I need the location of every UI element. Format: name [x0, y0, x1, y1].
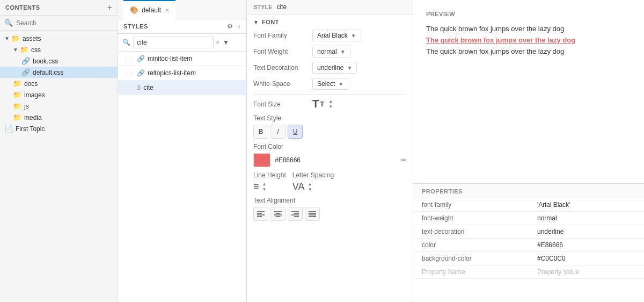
styles-search-input[interactable]: [133, 37, 214, 48]
styles-tab-icon: 🎨: [130, 6, 138, 14]
align-center-button[interactable]: [270, 207, 286, 221]
file-icon-default-css: 🔗: [21, 68, 30, 76]
font-family-label: Font Family: [253, 32, 312, 39]
font-size-stepper[interactable]: ▲ ▼: [328, 99, 333, 109]
eyedropper-icon[interactable]: ✏: [401, 156, 406, 164]
line-height-stepper[interactable]: ▲ ▼: [262, 182, 267, 192]
property-name-cell: color: [413, 239, 529, 252]
preview-text-styled: The quick brown fox jumps over the lazy …: [426, 36, 631, 44]
props-header-label: STYLE: [253, 4, 272, 10]
property-value-cell: #E86666: [529, 239, 644, 252]
letter-spacing-stepper[interactable]: ▲ ▼: [308, 182, 312, 192]
folder-icon-docs: 📁: [13, 80, 21, 88]
styles-list: ⋮⋮ 🔗 minitoc-list-item ⋮⋮ 🔗 reltopics-li…: [118, 52, 246, 302]
link-icon: 🔗: [137, 55, 145, 62]
stepper-up-icon[interactable]: ▲: [262, 182, 267, 187]
drag-handle: ⋮⋮: [123, 85, 134, 91]
font-section-arrow-icon: ▼: [253, 19, 259, 25]
s-icon: S: [137, 84, 141, 91]
folder-icon-media: 📁: [13, 113, 21, 121]
tree-item-media[interactable]: 📁 media: [0, 112, 118, 123]
styles-tab-close[interactable]: ×: [165, 6, 169, 14]
add-button[interactable]: +: [107, 3, 112, 12]
stepper-up-icon[interactable]: ▲: [328, 99, 333, 104]
styles-search-box: 🔍 × ▼: [118, 34, 246, 52]
properties-table-row[interactable]: font-family'Arial Black': [413, 198, 644, 212]
align-right-button[interactable]: [288, 207, 303, 221]
property-name-cell: font-weight: [413, 212, 529, 225]
font-color-label: Font Color: [253, 143, 406, 150]
property-value-cell: underline: [529, 225, 644, 239]
font-family-select[interactable]: Arial Black ▼: [312, 30, 361, 41]
folder-icon-js: 📁: [13, 102, 21, 110]
tree-item-css[interactable]: ▼ 📁 css: [0, 44, 118, 55]
preview-text-normal-2: The quick brown fox jumps over the lazy …: [426, 47, 631, 55]
stepper-down-icon[interactable]: ▼: [308, 187, 312, 192]
styles-tab-label: default: [142, 6, 161, 14]
properties-table-row[interactable]: background-color#C0C0C0: [413, 252, 644, 265]
styles-search-icon: 🔍: [122, 39, 130, 46]
font-section-label: FONT: [262, 19, 279, 25]
font-section: ▼ FONT Font Family Arial Black ▼ Font We…: [247, 15, 413, 229]
tree-item-first-topic[interactable]: 📄 First Topic: [0, 123, 118, 134]
style-item-minitoc[interactable]: ⋮⋮ 🔗 minitoc-list-item: [118, 52, 246, 66]
css-properties-table: font-family'Arial Black'font-weightnorma…: [413, 198, 644, 279]
italic-button[interactable]: I: [270, 125, 286, 139]
stepper-down-icon[interactable]: ▼: [328, 104, 333, 110]
tree-item-js[interactable]: 📁 js: [0, 100, 118, 112]
file-tree: ▼ 📁 assets ▼ 📁 css 🔗 book.css 🔗 default.…: [0, 31, 118, 302]
tree-item-default-css[interactable]: 🔗 default.css: [0, 67, 118, 78]
text-style-label: Text Style: [253, 114, 406, 122]
underline-button[interactable]: U: [288, 125, 303, 139]
color-swatch[interactable]: [253, 153, 270, 167]
stepper-down-icon[interactable]: ▼: [262, 187, 267, 192]
tree-item-images[interactable]: 📁 images: [0, 89, 118, 100]
styles-filter-icon[interactable]: ▼: [223, 39, 229, 46]
styles-search-clear-icon[interactable]: ×: [216, 39, 219, 46]
tree-arrow-assets: ▼: [4, 35, 10, 41]
properties-table-row[interactable]: font-weightnormal: [413, 212, 644, 225]
properties-table-row[interactable]: text-decorationunderline: [413, 225, 644, 239]
white-space-value: Select: [317, 80, 335, 88]
right-panel: PREVIEW The quick brown fox jumps over t…: [413, 0, 644, 302]
font-weight-row: Font Weight normal ▼: [253, 46, 406, 57]
font-weight-label: Font Weight: [253, 48, 312, 55]
property-name-cell: background-color: [413, 252, 529, 265]
font-color-row: Font Color #E86666 ✏: [253, 143, 406, 167]
properties-table-row[interactable]: Property NameProperty Value: [413, 265, 644, 279]
styles-toolbar-icons: ⚙ +: [227, 23, 241, 30]
chevron-down-icon: ▼: [340, 49, 346, 55]
property-value-cell: 'Arial Black': [529, 198, 644, 212]
tree-item-book-css[interactable]: 🔗 book.css: [0, 55, 118, 67]
add-style-button[interactable]: +: [237, 23, 241, 30]
line-height-icon: ≡: [253, 181, 259, 192]
font-size-row: Font Size T T ▲ ▼: [253, 98, 406, 110]
styles-tab-default[interactable]: 🎨 default ×: [123, 0, 175, 19]
chevron-down-icon: ▼: [338, 81, 343, 87]
text-decoration-select[interactable]: underline ▼: [312, 62, 357, 74]
tree-label-first-topic: First Topic: [16, 125, 45, 133]
file-icon-book-css: 🔗: [21, 57, 30, 65]
search-icon: 🔍: [4, 19, 13, 27]
style-item-cite[interactable]: ⋮⋮ S cite: [118, 81, 246, 95]
font-size-label: Font Size: [253, 100, 312, 108]
font-section-toggle[interactable]: ▼ FONT: [253, 19, 406, 25]
tree-item-docs[interactable]: 📁 docs: [0, 78, 118, 89]
bold-button[interactable]: B: [253, 125, 268, 139]
color-hex-value: #E86666: [275, 156, 397, 164]
properties-table-row[interactable]: color#E86666: [413, 239, 644, 252]
text-style-buttons: B I U: [253, 125, 406, 139]
search-input[interactable]: [16, 19, 113, 27]
font-weight-select[interactable]: normal ▼: [312, 46, 350, 57]
stepper-up-icon[interactable]: ▲: [308, 182, 312, 187]
white-space-label: White-Space: [253, 80, 312, 88]
font-color-control: #E86666 ✏: [253, 153, 406, 167]
style-item-reltopics[interactable]: ⋮⋮ 🔗 reltopics-list-item: [118, 66, 246, 81]
gear-icon[interactable]: ⚙: [227, 23, 233, 30]
align-left-button[interactable]: [253, 207, 268, 221]
contents-header: CONTENTS +: [0, 0, 118, 16]
property-value-cell: Property Value: [529, 265, 644, 279]
tree-item-assets[interactable]: ▼ 📁 assets: [0, 33, 118, 44]
align-justify-button[interactable]: [305, 207, 320, 221]
white-space-select[interactable]: Select ▼: [312, 78, 348, 90]
